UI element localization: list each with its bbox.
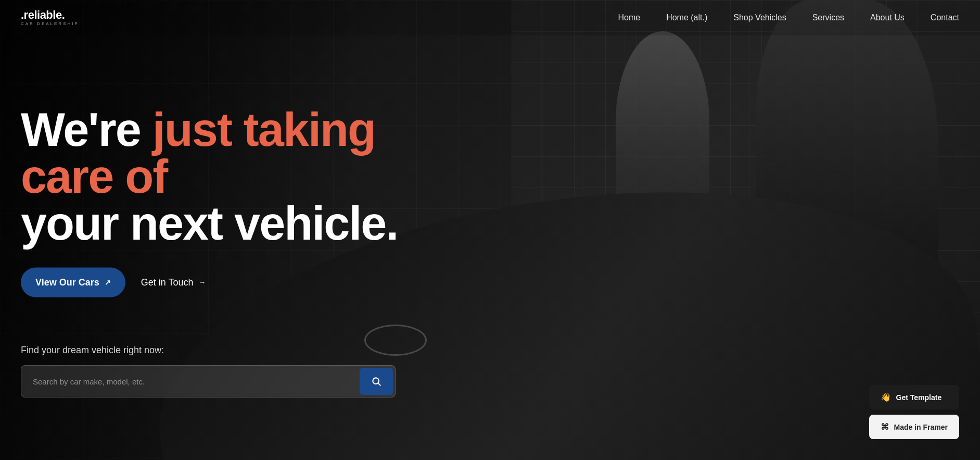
hero-content: We're just taking care of your next vehi… xyxy=(0,106,448,333)
search-section: Find your dream vehicle right now: xyxy=(21,345,396,397)
hero-headline: We're just taking care of your next vehi… xyxy=(21,106,427,246)
logo-main: .reliable. xyxy=(21,9,79,21)
nav-item-services[interactable]: Services xyxy=(812,13,844,22)
search-input[interactable] xyxy=(21,368,358,395)
logo-sub: CAR DEALERSHIP xyxy=(21,22,79,26)
nav-link-contact[interactable]: Contact xyxy=(931,13,959,22)
arrow-right-icon: → xyxy=(198,278,206,287)
nav-item-home[interactable]: Home xyxy=(618,13,640,22)
hand-icon: 👋 xyxy=(881,392,891,402)
navigation: .reliable. CAR DEALERSHIP Home Home (alt… xyxy=(0,0,980,35)
view-cars-label: View Our Cars xyxy=(35,277,99,288)
search-icon xyxy=(371,376,381,387)
made-in-framer-button[interactable]: ⌘ Made in Framer xyxy=(869,415,959,439)
nav-link-home-alt[interactable]: Home (alt.) xyxy=(666,13,707,22)
nav-item-home-alt[interactable]: Home (alt.) xyxy=(666,13,707,22)
nav-link-services[interactable]: Services xyxy=(812,13,844,22)
headline-plain2: your next vehicle. xyxy=(21,197,398,249)
nav-link-about[interactable]: About Us xyxy=(870,13,905,22)
nav-item-about[interactable]: About Us xyxy=(870,13,905,22)
svg-line-1 xyxy=(378,383,381,386)
cta-group: View Our Cars ↗ Get in Touch → xyxy=(21,267,427,297)
made-in-framer-label: Made in Framer xyxy=(894,423,948,431)
search-label: Find your dream vehicle right now: xyxy=(21,345,396,356)
logo: .reliable. CAR DEALERSHIP xyxy=(21,9,79,26)
floating-buttons: 👋 Get Template ⌘ Made in Framer xyxy=(869,385,959,439)
get-in-touch-label: Get in Touch xyxy=(141,277,194,288)
get-template-button[interactable]: 👋 Get Template xyxy=(869,385,959,409)
arrow-up-right-icon: ↗ xyxy=(105,278,111,287)
nav-link-home[interactable]: Home xyxy=(618,13,640,22)
search-bar xyxy=(21,365,396,397)
framer-icon: ⌘ xyxy=(881,422,889,432)
nav-item-shop[interactable]: Shop Vehicles xyxy=(733,13,786,22)
nav-link-shop[interactable]: Shop Vehicles xyxy=(733,13,786,22)
headline-plain: We're xyxy=(21,103,152,155)
svg-point-0 xyxy=(373,378,379,384)
view-cars-button[interactable]: View Our Cars ↗ xyxy=(21,267,125,297)
nav-item-contact[interactable]: Contact xyxy=(931,13,959,22)
search-button[interactable] xyxy=(360,368,393,395)
get-template-label: Get Template xyxy=(896,393,942,402)
get-in-touch-button[interactable]: Get in Touch → xyxy=(141,277,206,288)
nav-links: Home Home (alt.) Shop Vehicles Services … xyxy=(618,13,959,22)
